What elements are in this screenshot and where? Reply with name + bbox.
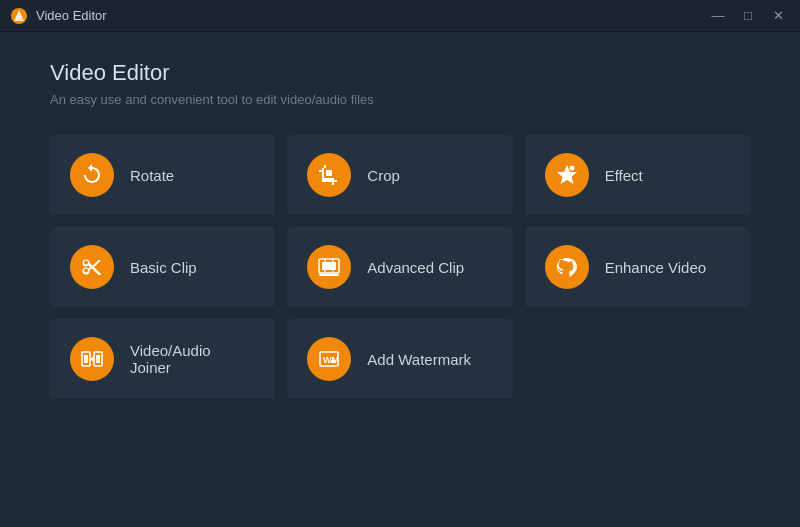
title-bar-controls: — □ ✕: [704, 5, 792, 27]
tool-card-enhance-video[interactable]: Enhance Video: [525, 227, 750, 307]
rotate-icon-circle: [70, 153, 114, 197]
advanced-clip-icon-circle: [307, 245, 351, 289]
joiner-icon-circle: [70, 337, 114, 381]
video-audio-joiner-label: Video/Audio Joiner: [130, 342, 211, 376]
enhance-video-icon-circle: [545, 245, 589, 289]
svg-rect-18: [331, 360, 336, 363]
title-bar: Video Editor — □ ✕: [0, 0, 800, 32]
tool-card-add-watermark[interactable]: WM Add Watermark: [287, 319, 512, 399]
joiner-icon: [80, 347, 104, 371]
svg-rect-2: [326, 170, 332, 176]
svg-rect-9: [319, 274, 339, 276]
effect-label: Effect: [605, 167, 643, 184]
tool-card-basic-clip[interactable]: Basic Clip: [50, 227, 275, 307]
rotate-icon: [80, 163, 104, 187]
basic-clip-icon-circle: [70, 245, 114, 289]
close-button[interactable]: ✕: [764, 5, 792, 27]
advanced-clip-label: Advanced Clip: [367, 259, 464, 276]
advanced-clip-icon: [317, 255, 341, 279]
svg-rect-6: [322, 262, 336, 270]
svg-text:WM: WM: [323, 355, 339, 365]
watermark-icon: WM: [317, 347, 341, 371]
title-bar-title: Video Editor: [36, 8, 107, 23]
app-logo: [10, 7, 28, 25]
scissors-icon: [80, 255, 104, 279]
crop-icon: [317, 163, 341, 187]
tool-card-crop[interactable]: Crop: [287, 135, 512, 215]
rotate-label: Rotate: [130, 167, 174, 184]
main-content: Video Editor An easy use and convenient …: [0, 32, 800, 527]
svg-point-4: [569, 166, 574, 171]
page-title: Video Editor: [50, 60, 750, 86]
maximize-button[interactable]: □: [734, 5, 762, 27]
svg-rect-14: [84, 355, 88, 363]
crop-label: Crop: [367, 167, 400, 184]
tool-grid: Rotate Crop Effect: [50, 135, 750, 399]
tool-card-rotate[interactable]: Rotate: [50, 135, 275, 215]
crop-icon-circle: [307, 153, 351, 197]
tool-card-advanced-clip[interactable]: Advanced Clip: [287, 227, 512, 307]
empty-cell: [525, 319, 750, 399]
add-watermark-label: Add Watermark: [367, 351, 471, 368]
palette-icon: [555, 255, 579, 279]
effect-icon: [555, 163, 579, 187]
watermark-icon-circle: WM: [307, 337, 351, 381]
effect-icon-circle: [545, 153, 589, 197]
minimize-button[interactable]: —: [704, 5, 732, 27]
svg-rect-15: [96, 355, 100, 363]
page-subtitle: An easy use and convenient tool to edit …: [50, 92, 750, 107]
tool-card-effect[interactable]: Effect: [525, 135, 750, 215]
enhance-video-label: Enhance Video: [605, 259, 706, 276]
basic-clip-label: Basic Clip: [130, 259, 197, 276]
title-bar-left: Video Editor: [10, 7, 107, 25]
tool-card-video-audio-joiner[interactable]: Video/Audio Joiner: [50, 319, 275, 399]
